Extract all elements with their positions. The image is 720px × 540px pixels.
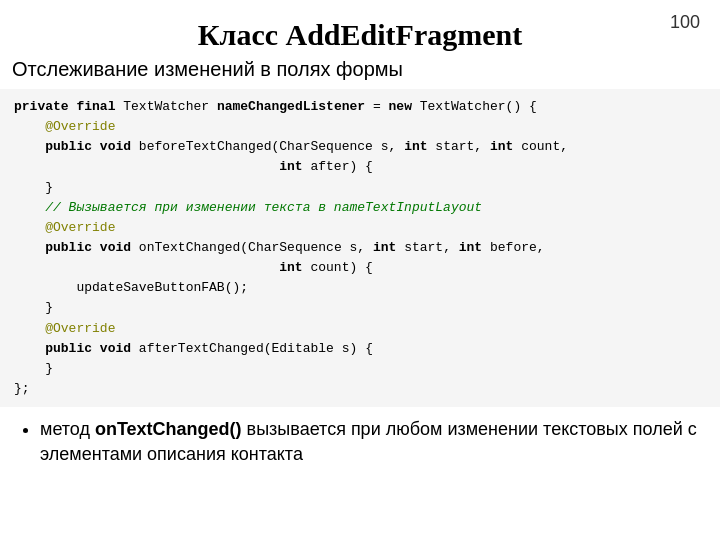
bullet-text-before: метод <box>40 419 95 439</box>
page-title: Класс AddEditFragment <box>0 18 720 52</box>
bullet-list: метод onTextChanged() вызывается при люб… <box>30 417 720 467</box>
code-block: private final TextWatcher nameChangedLis… <box>0 89 720 407</box>
bullet-item: метод onTextChanged() вызывается при люб… <box>40 417 720 467</box>
bullet-method: onTextChanged() <box>95 419 242 439</box>
subtitle: Отслеживание изменений в полях формы <box>12 58 720 81</box>
page-number: 100 <box>670 12 700 33</box>
